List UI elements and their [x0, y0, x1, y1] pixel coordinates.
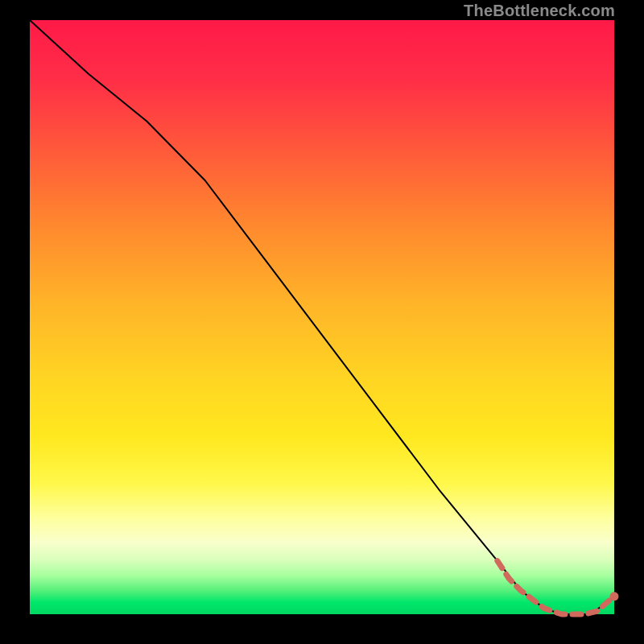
data-point — [610, 592, 619, 601]
chart-overlay — [30, 20, 614, 614]
dashed-segment-path — [497, 561, 614, 614]
data-points — [610, 592, 619, 601]
watermark-text: TheBottleneck.com — [464, 2, 615, 20]
solid-curve-path — [30, 20, 614, 614]
chart-stage: TheBottleneck.com — [0, 0, 644, 644]
dashed-segment — [497, 561, 614, 614]
solid-curve — [30, 20, 614, 614]
